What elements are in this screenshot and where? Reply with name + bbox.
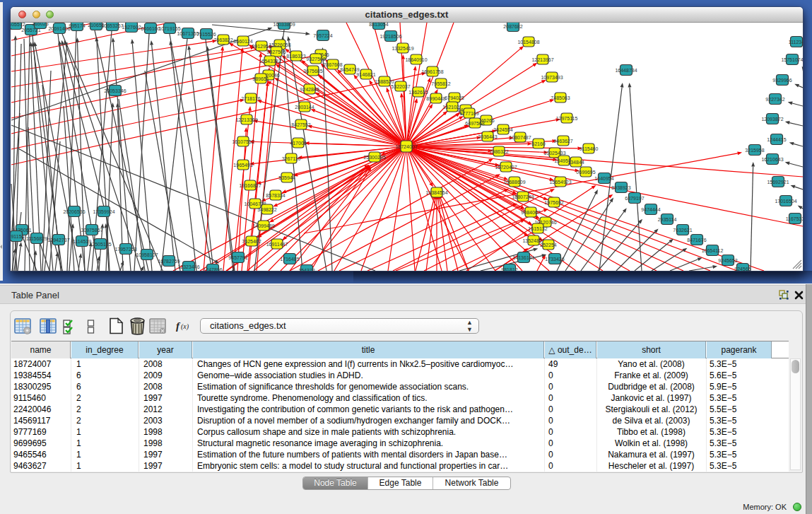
svg-text:7485063: 7485063 — [551, 95, 570, 100]
svg-text:16033809: 16033809 — [273, 23, 295, 27]
svg-text:10025433: 10025433 — [543, 151, 565, 156]
svg-text:2718176: 2718176 — [241, 96, 260, 101]
svg-text:1362615: 1362615 — [408, 90, 428, 95]
svg-text:17016504: 17016504 — [775, 199, 796, 204]
svg-text:0699695: 0699695 — [576, 170, 595, 175]
svg-text:7957224: 7957224 — [313, 33, 332, 38]
svg-text:1167533: 1167533 — [786, 216, 803, 221]
svg-text:8454749: 8454749 — [340, 67, 359, 72]
svg-text:16911447: 16911447 — [266, 242, 288, 247]
svg-text:7625402: 7625402 — [242, 239, 261, 244]
svg-text:9457791: 9457791 — [228, 255, 247, 260]
svg-text:6879197: 6879197 — [625, 196, 644, 201]
svg-text:6794028: 6794028 — [445, 95, 464, 100]
svg-text:981812: 981812 — [501, 267, 517, 271]
svg-text:25300295: 25300295 — [363, 155, 385, 160]
svg-text:16210643: 16210643 — [761, 157, 783, 162]
svg-text:10154808: 10154808 — [517, 40, 539, 45]
svg-text:11156829: 11156829 — [26, 236, 47, 241]
svg-text:17359924: 17359924 — [93, 209, 114, 214]
svg-text:7663822: 7663822 — [213, 37, 233, 42]
svg-text:16543382: 16543382 — [259, 59, 281, 64]
svg-text:2087682: 2087682 — [503, 24, 522, 29]
svg-text:252254: 252254 — [540, 243, 556, 247]
svg-text:20206536: 20206536 — [63, 209, 85, 214]
svg-text:3215958: 3215958 — [745, 148, 764, 153]
svg-text:1965493: 1965493 — [233, 163, 252, 168]
svg-text:3498222: 3498222 — [257, 207, 276, 212]
svg-text:15654923: 15654923 — [549, 180, 571, 185]
svg-text:2935114: 2935114 — [658, 217, 677, 222]
svg-text:12975115: 12975115 — [556, 116, 578, 121]
svg-text:10671355: 10671355 — [177, 31, 199, 36]
svg-text:165023: 165023 — [32, 23, 48, 26]
svg-text:15751074: 15751074 — [781, 57, 803, 62]
svg-text:30975867: 30975867 — [81, 228, 102, 233]
svg-text:1244415: 1244415 — [767, 137, 786, 142]
svg-text:9463627: 9463627 — [553, 139, 572, 144]
svg-text:9146821: 9146821 — [356, 72, 375, 77]
svg-text:10958107: 10958107 — [136, 252, 158, 257]
svg-text:134844: 134844 — [567, 160, 584, 165]
svg-text:111234: 111234 — [789, 40, 803, 45]
svg-text:154372: 154372 — [298, 268, 314, 271]
svg-text:1733426: 1733426 — [545, 257, 564, 262]
svg-text:1114519: 1114519 — [73, 239, 91, 244]
svg-text:12093872: 12093872 — [761, 117, 783, 122]
svg-text:(x): (x) — [181, 322, 189, 331]
svg-text:391154: 391154 — [11, 234, 25, 239]
svg-text:14099489: 14099489 — [252, 223, 274, 228]
svg-text:9242848: 9242848 — [300, 87, 319, 92]
svg-text:8427552: 8427552 — [291, 122, 310, 127]
svg-text:989651: 989651 — [252, 76, 269, 81]
svg-text:924565: 924565 — [734, 267, 751, 271]
svg-text:12323446: 12323446 — [177, 264, 199, 269]
svg-text:3624554: 3624554 — [493, 127, 512, 132]
svg-text:1247896: 1247896 — [203, 267, 222, 271]
svg-text:7515526: 7515526 — [196, 32, 216, 37]
svg-text:12213967: 12213967 — [531, 57, 553, 62]
svg-text:62160: 62160 — [531, 141, 546, 146]
svg-text:5322037: 5322037 — [391, 84, 410, 89]
svg-text:16448784: 16448784 — [615, 68, 637, 73]
svg-text:1405572: 1405572 — [11, 23, 25, 27]
svg-text:8471676: 8471676 — [687, 238, 706, 243]
svg-text:7632621: 7632621 — [673, 228, 692, 233]
svg-text:1615132: 1615132 — [528, 226, 547, 231]
svg-text:9329966: 9329966 — [772, 78, 792, 83]
svg-text:20053346: 20053346 — [104, 88, 126, 93]
svg-text:9227342: 9227342 — [765, 97, 784, 102]
svg-text:15692921: 15692921 — [767, 180, 789, 185]
svg-text:17957253: 17957253 — [114, 247, 136, 252]
svg-text:8186323: 8186323 — [286, 54, 305, 59]
svg-text:10688609: 10688609 — [503, 180, 525, 185]
svg-text:1975692: 1975692 — [544, 200, 563, 205]
svg-text:6497568: 6497568 — [465, 121, 484, 126]
svg-text:18724007: 18724007 — [395, 144, 417, 149]
svg-text:1588520: 1588520 — [375, 79, 394, 84]
svg-text:2803144: 2803144 — [295, 105, 314, 110]
svg-text:995174: 995174 — [69, 23, 85, 28]
svg-text:3267110: 3267110 — [282, 156, 301, 161]
svg-text:19166827: 19166827 — [239, 183, 261, 188]
svg-text:9115460: 9115460 — [579, 146, 599, 151]
svg-text:10653267: 10653267 — [101, 23, 123, 28]
svg-text:16782759: 16782759 — [158, 259, 180, 264]
svg-text:19218506: 19218506 — [379, 34, 401, 39]
svg-text:14136141: 14136141 — [512, 255, 534, 260]
svg-text:12505135: 12505135 — [89, 242, 111, 247]
svg-text:18807249: 18807249 — [512, 194, 534, 199]
svg-text:9327508: 9327508 — [306, 57, 325, 62]
svg-text:7955812: 7955812 — [431, 81, 450, 86]
svg-text:9084067: 9084067 — [521, 210, 540, 215]
svg-text:8990448: 8990448 — [426, 96, 445, 101]
svg-text:3675685: 3675685 — [303, 69, 322, 74]
svg-text:9777169: 9777169 — [459, 111, 478, 116]
svg-text:9245652: 9245652 — [718, 258, 737, 263]
svg-text:f: f — [176, 320, 181, 332]
svg-text:16961758: 16961758 — [421, 69, 443, 74]
svg-text:16107552: 16107552 — [232, 139, 254, 144]
svg-text:13325419: 13325419 — [392, 46, 413, 51]
svg-text:8813054: 8813054 — [369, 23, 388, 27]
svg-text:20691406: 20691406 — [48, 26, 70, 31]
